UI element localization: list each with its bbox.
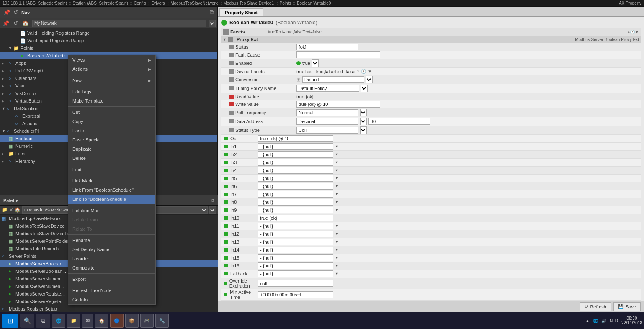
tab-property-sheet[interactable]: Property Sheet	[219, 8, 263, 16]
ctx-views[interactable]: Views ▶	[68, 55, 155, 64]
tree-item-valid-input[interactable]: 📄 Valid Input Registers Range	[0, 37, 217, 44]
taskbar-app-browser[interactable]: 🔵	[110, 314, 124, 328]
device-facets-dropdown-btn[interactable]: ▼	[368, 69, 372, 74]
ctx-link-from[interactable]: Link From "BooleanSchedule"	[68, 185, 155, 195]
fault-cause-input[interactable]	[296, 51, 380, 58]
data-addr-type-input[interactable]	[296, 118, 358, 125]
conversion-input[interactable]	[302, 76, 364, 83]
ctx-link-mark[interactable]: Link Mark	[68, 176, 155, 185]
ctx-paste-special[interactable]: Paste Special	[68, 135, 155, 144]
data-addr-input[interactable]	[368, 118, 430, 125]
ctx-make-template[interactable]: Make Template	[68, 96, 155, 105]
in14-dropdown-btn[interactable]: ▼	[335, 248, 339, 252]
nav-pin-btn[interactable]: 📌	[2, 20, 10, 26]
write-value-input[interactable]	[296, 101, 380, 108]
fallback-input[interactable]	[258, 270, 333, 277]
in5-dropdown-btn[interactable]: ▼	[335, 176, 339, 180]
palette-module-dropdown[interactable]	[209, 206, 216, 214]
fallback-dropdown-btn[interactable]: ▼	[335, 272, 339, 276]
in16-dropdown-btn[interactable]: ▼	[335, 264, 339, 268]
ctx-export[interactable]: Export	[68, 275, 155, 284]
ctx-set-display-name[interactable]: Set Display Name	[68, 245, 155, 254]
ctx-reorder[interactable]: Reorder	[68, 254, 155, 263]
nav-home-btn[interactable]: 🏠	[21, 20, 30, 26]
taskbar-app-edge[interactable]: 🌐	[52, 314, 65, 328]
poll-freq-input[interactable]	[296, 109, 358, 116]
in1-input[interactable]	[258, 143, 333, 150]
in14-input[interactable]	[258, 247, 333, 253]
facets-dropdown-btn[interactable]: ▼	[635, 30, 639, 34]
refresh-button[interactable]: ↺ Refresh	[580, 302, 611, 311]
in9-input[interactable]	[258, 207, 333, 213]
ctx-rename[interactable]: Rename	[68, 236, 155, 245]
ctx-new[interactable]: New ▶	[68, 76, 155, 85]
palette-close-btn[interactable]: ✕	[9, 207, 13, 213]
ctx-delete[interactable]: Delete	[68, 154, 155, 163]
network-selector-dropdown[interactable]	[209, 20, 216, 27]
task-view-btn[interactable]: ⧉	[36, 314, 50, 328]
in4-dropdown-btn[interactable]: ▼	[335, 168, 339, 172]
device-facets-clock-btn[interactable]: 🕐	[361, 69, 366, 74]
taskbar-app-mail[interactable]: ✉	[82, 314, 93, 328]
palette-item-modbus-reg-setup[interactable]: ○ Modbus Register Setup	[0, 305, 218, 313]
status-type-input[interactable]	[296, 127, 358, 134]
data-addr-type-select[interactable]	[360, 118, 367, 125]
ctx-paste[interactable]: Paste	[68, 126, 155, 135]
taskbar-app-explorer[interactable]: 📁	[67, 314, 80, 328]
tuning-policy-input[interactable]	[296, 85, 359, 92]
status-input[interactable]	[296, 44, 358, 50]
in11-input[interactable]	[258, 223, 333, 229]
ctx-relation-mark[interactable]: Relation Mark	[68, 206, 155, 215]
in12-dropdown-btn[interactable]: ▼	[335, 232, 339, 236]
in1-dropdown-btn[interactable]: ▼	[335, 144, 339, 149]
in7-dropdown-btn[interactable]: ▼	[335, 192, 339, 196]
taskbar-app-media[interactable]: 🎮	[140, 314, 154, 328]
in2-dropdown-btn[interactable]: ▼	[335, 152, 339, 157]
taskbar-app-store[interactable]: 📦	[125, 314, 139, 328]
conversion-select[interactable]	[366, 76, 373, 83]
in7-input[interactable]	[258, 191, 333, 198]
in8-dropdown-btn[interactable]: ▼	[335, 200, 339, 204]
tree-item-valid-holding[interactable]: 📄 Valid Holding Registers Range	[0, 29, 217, 37]
palette-folder-btn[interactable]: 📁	[2, 207, 8, 213]
in2-input[interactable]	[258, 151, 333, 158]
nav-expand-icon[interactable]: ⧉	[210, 9, 214, 16]
taskbar-app-niagara[interactable]: 🔧	[155, 314, 169, 328]
override expiration-input[interactable]	[258, 280, 333, 287]
device-facets-arrows-btn[interactable]: »	[357, 69, 360, 74]
in12-input[interactable]	[258, 231, 333, 237]
in9-dropdown-btn[interactable]: ▼	[335, 208, 339, 212]
in4-input[interactable]	[258, 167, 333, 174]
nav-refresh-btn[interactable]: ↺	[13, 20, 19, 26]
in8-input[interactable]	[258, 199, 333, 206]
in6-input[interactable]	[258, 183, 333, 190]
in3-dropdown-btn[interactable]: ▼	[335, 160, 339, 164]
in15-dropdown-btn[interactable]: ▼	[335, 256, 339, 260]
min active time-input[interactable]	[258, 291, 333, 298]
ctx-find[interactable]: Find	[68, 165, 155, 174]
out-input[interactable]	[258, 135, 333, 142]
enabled-select[interactable]	[312, 59, 319, 67]
in5-input[interactable]	[258, 175, 333, 182]
in13-input[interactable]	[258, 239, 333, 245]
start-button[interactable]: ⊞	[2, 314, 18, 328]
proxy-collapse-icon[interactable]: ▼	[223, 37, 227, 41]
in16-input[interactable]	[258, 262, 333, 269]
tree-item-points[interactable]: ▼ 📁 Points	[0, 44, 217, 52]
save-button[interactable]: 💾 Save	[613, 302, 641, 311]
in11-dropdown-btn[interactable]: ▼	[335, 224, 339, 228]
ctx-actions[interactable]: Actions ▶	[68, 64, 155, 74]
ctx-copy[interactable]: Copy	[68, 117, 155, 126]
ctx-link-to[interactable]: Link To "BooleanSchedule"	[68, 195, 155, 204]
systray-arrow[interactable]: ▲	[585, 319, 590, 323]
poll-freq-select[interactable]	[360, 109, 367, 116]
in6-dropdown-btn[interactable]: ▼	[335, 184, 339, 188]
ctx-composite[interactable]: Composite	[68, 263, 155, 272]
palette-home-btn[interactable]: 🏠	[15, 207, 21, 213]
in10-input[interactable]	[258, 215, 333, 221]
tuning-select[interactable]	[361, 85, 368, 92]
refresh-icon[interactable]: ↺	[13, 9, 18, 15]
palette-expand-icon[interactable]: ⧉	[211, 198, 214, 203]
ctx-refresh-tree-node[interactable]: Refresh Tree Node	[68, 286, 155, 295]
in3-input[interactable]	[258, 159, 333, 166]
